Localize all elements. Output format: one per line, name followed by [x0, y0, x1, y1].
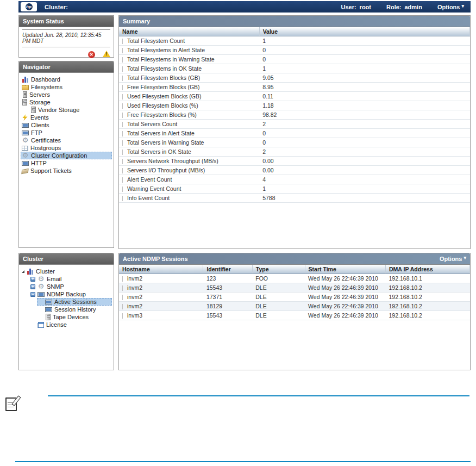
summary-header: Summary [119, 16, 470, 27]
sidebar-item-servers[interactable]: Servers [21, 91, 112, 98]
navigator-panel: Navigator DashboardFilesystemsServersSto… [18, 61, 114, 248]
hp-logo-mark: hp [26, 3, 33, 10]
book-icon [38, 322, 44, 328]
table-row[interactable]: Free Filesystem Blocks (%)98.82 [119, 110, 470, 120]
column-header-value[interactable]: Value [259, 27, 469, 36]
table-row[interactable]: invm218129DLEWed May 26 22:46:39 2010192… [119, 302, 470, 311]
tree-expanded-arrow-icon[interactable] [22, 270, 24, 273]
table-row[interactable]: Total Filesystems in Alert State0 [119, 46, 470, 55]
sidebar-item-label: Certificates [31, 137, 61, 144]
grid-icon [22, 146, 28, 151]
table-cell: 192.168.10.2 [386, 311, 470, 320]
sidebar-item-dashboard[interactable]: Dashboard [21, 76, 112, 83]
folder-icon [22, 85, 29, 90]
table-row[interactable]: invm215543DLEWed May 26 22:46:39 2010192… [119, 283, 470, 293]
tree-item-ndmp-backup[interactable]: −NDMP Backup [29, 290, 112, 298]
table-row[interactable]: Total Filesystems in OK State1 [119, 64, 470, 73]
sidebar-item-ftp[interactable]: FTP [21, 129, 112, 136]
table-row[interactable]: Total Servers in Alert State0 [119, 129, 470, 138]
table-row[interactable]: Warning Event Count1 [119, 184, 470, 194]
sidebar-item-label: Cluster Configuration [31, 152, 87, 159]
tree-item-active-sessions[interactable]: Active Sessions [37, 298, 112, 306]
sidebar-item-label: Servers [29, 91, 50, 98]
table-row[interactable]: Used Filesystem Blocks (GB)0.11 [119, 92, 470, 101]
chart-icon [27, 268, 34, 275]
sidebar-item-hostgroups[interactable]: Hostgroups [21, 144, 112, 152]
table-cell: Wed May 26 22:46:39 2010 [305, 283, 385, 293]
tree-item-label: Tape Devices [53, 314, 89, 320]
table-cell: 0 [259, 129, 469, 138]
table-row[interactable]: Total Filesystem Count1 [119, 36, 470, 46]
tree-item-tape-devices[interactable]: Tape Devices [37, 313, 112, 321]
column-header-type[interactable]: Type [252, 265, 305, 274]
sidebar-item-support-tickets[interactable]: Support Tickets [21, 167, 112, 175]
column-header-name[interactable]: Name [119, 27, 259, 36]
table-row[interactable]: Total Filesystems in Warning State0 [119, 55, 470, 64]
tree-item-cluster[interactable]: Cluster [21, 268, 112, 275]
table-row[interactable]: Info Event Count5788 [119, 194, 470, 203]
table-row[interactable]: Total Filesystem Blocks (GB)9.05 [119, 73, 470, 83]
cluster-panel: Cluster Cluster+Email+SNMP−NDMP BackupAc… [18, 253, 114, 370]
table-cell: 0 [259, 46, 469, 55]
column-header-hostname[interactable]: Hostname [119, 265, 203, 274]
table-cell: 192.168.10.2 [386, 302, 470, 311]
sidebar-item-vendor-storage[interactable]: Vendor Storage [29, 106, 112, 114]
tree-plus-icon[interactable]: + [30, 284, 35, 289]
table-row[interactable]: Alert Event Count4 [119, 175, 470, 184]
table-cell: Total Filesystems in OK State [119, 64, 259, 73]
table-cell: 17371 [203, 293, 252, 302]
table-cell: DLE [252, 293, 305, 302]
monitor-icon [22, 123, 29, 128]
hp-logo-icon: hp [21, 2, 37, 11]
cluster-tree: Cluster+Email+SNMP−NDMP BackupActive Ses… [19, 265, 114, 331]
monitor-icon [22, 161, 29, 166]
sidebar-item-http[interactable]: HTTP [21, 159, 112, 167]
summary-title: Summary [123, 16, 150, 27]
column-header-dma-ip-address[interactable]: DMA IP Address [386, 265, 470, 274]
table-cell: Total Servers in Warning State [119, 138, 259, 147]
column-header-start-time[interactable]: Start Time [305, 265, 385, 274]
table-cell: 2 [259, 120, 469, 129]
tree-item-license[interactable]: License [29, 321, 112, 328]
table-row[interactable]: invm217371DLEWed May 26 22:46:39 2010192… [119, 293, 470, 302]
app-title: Cluster: [45, 4, 68, 10]
tree-item-session-history[interactable]: Session History [37, 306, 112, 313]
tree-plus-icon[interactable]: + [30, 277, 35, 282]
column-header-identifier[interactable]: Identifier [203, 265, 252, 274]
table-cell: Used Filesystem Blocks (%) [119, 101, 259, 110]
sidebar-item-certificates[interactable]: Certificates [21, 136, 112, 144]
table-row[interactable]: Servers Network Throughput (MB/s)0.00 [119, 157, 470, 166]
sidebar-item-label: Hostgroups [30, 145, 61, 151]
tree-item-email[interactable]: +Email [29, 275, 112, 283]
table-row[interactable]: Total Servers Count2 [119, 120, 470, 129]
table-cell: 9.05 [259, 73, 469, 83]
gear-icon [37, 283, 45, 290]
table-cell: Warning Event Count [119, 184, 259, 194]
ndmp-sessions-panel: Active NDMP Sessions Options▾ HostnameId… [118, 253, 471, 370]
page-divider-bottom [15, 461, 471, 462]
sidebar-item-events[interactable]: Events [21, 114, 112, 121]
table-cell: Info Event Count [119, 194, 259, 203]
table-row[interactable]: Total Servers in OK State2 [119, 147, 470, 157]
navigator-header: Navigator [19, 61, 114, 73]
table-row[interactable]: Servers I/O Throughput (MB/s)0.00 [119, 166, 470, 175]
table-row[interactable]: invm315543DLEWed May 26 22:46:39 2010192… [119, 311, 470, 320]
table-cell: 15543 [203, 311, 252, 320]
table-row[interactable]: Total Servers in Warning State0 [119, 138, 470, 147]
sidebar-item-filesystems[interactable]: Filesystems [21, 83, 112, 91]
sidebar-item-label: Vendor Storage [38, 107, 79, 113]
table-row[interactable]: Used Filesystem Blocks (%)1.18 [119, 101, 470, 110]
tree-minus-icon[interactable]: − [30, 292, 35, 297]
table-row[interactable]: Free Filesystem Blocks (GB)8.95 [119, 83, 470, 92]
chart-icon [22, 76, 29, 83]
sidebar-item-clients[interactable]: Clients [21, 121, 112, 129]
table-cell: Wed May 26 22:46:39 2010 [305, 274, 385, 283]
sidebar-item-label: Support Tickets [30, 167, 72, 174]
sidebar-item-storage[interactable]: Storage [21, 98, 112, 106]
options-menu[interactable]: Options▾ [437, 4, 464, 10]
role-label: Role: [386, 4, 402, 10]
tree-item-snmp[interactable]: +SNMP [29, 283, 112, 290]
table-row[interactable]: invm2123FOOWed May 26 22:46:39 2010192.1… [119, 274, 470, 283]
sidebar-item-cluster-configuration[interactable]: Cluster Configuration [21, 152, 112, 159]
ndmp-options-menu[interactable]: Options▾ [440, 253, 466, 264]
